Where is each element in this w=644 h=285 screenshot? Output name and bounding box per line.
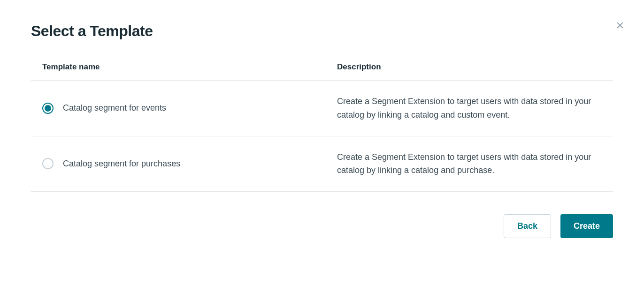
- row-description: Create a Segment Extension to target use…: [337, 150, 602, 178]
- template-table: Template name Description Catalog segmen…: [31, 62, 613, 192]
- row-label: Catalog segment for purchases: [63, 159, 180, 169]
- column-header-name: Template name: [42, 62, 337, 72]
- template-row-events[interactable]: Catalog segment for events Create a Segm…: [31, 81, 613, 136]
- template-row-purchases[interactable]: Catalog segment for purchases Create a S…: [31, 136, 613, 192]
- radio-events[interactable]: [42, 103, 54, 114]
- row-name-cell: Catalog segment for purchases: [42, 158, 337, 169]
- create-button[interactable]: Create: [560, 214, 613, 238]
- back-button[interactable]: Back: [504, 214, 551, 238]
- row-description: Create a Segment Extension to target use…: [337, 95, 602, 122]
- row-label: Catalog segment for events: [63, 103, 166, 113]
- close-icon: [615, 19, 625, 33]
- table-header: Template name Description: [31, 62, 613, 81]
- radio-purchases[interactable]: [42, 158, 54, 169]
- column-header-description: Description: [337, 62, 602, 72]
- modal-title: Select a Template: [31, 22, 613, 40]
- modal-footer: Back Create: [31, 214, 613, 238]
- row-name-cell: Catalog segment for events: [42, 103, 337, 114]
- close-button[interactable]: [615, 20, 625, 33]
- select-template-modal: Select a Template Template name Descript…: [0, 0, 644, 261]
